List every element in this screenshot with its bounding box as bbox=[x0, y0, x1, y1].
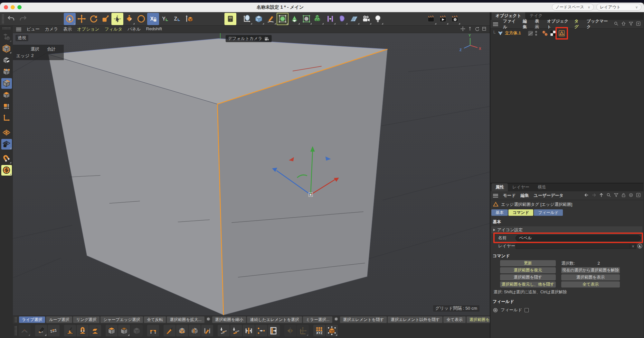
render-settings-icon[interactable] bbox=[449, 13, 461, 25]
deformer-icon[interactable] bbox=[300, 13, 312, 25]
point-mode-icon[interactable] bbox=[1, 67, 12, 77]
menu-item-object-menu[interactable]: オブジェクト bbox=[547, 18, 570, 30]
tab-structure[interactable]: 構造 bbox=[534, 183, 550, 191]
extrude-icon[interactable] bbox=[106, 325, 118, 336]
filter-icon[interactable] bbox=[614, 193, 619, 198]
lock-icon[interactable] bbox=[621, 193, 626, 198]
add-panel-icon[interactable] bbox=[636, 193, 641, 198]
ring-selection-button[interactable]: リング選択 bbox=[73, 316, 99, 323]
mirror-icon[interactable] bbox=[284, 325, 296, 336]
field-checkbox[interactable] bbox=[525, 308, 529, 312]
spline-pen-icon[interactable] bbox=[265, 13, 277, 25]
toolbar-drag-handle[interactable] bbox=[2, 14, 4, 24]
make-editable-icon[interactable] bbox=[1, 32, 12, 42]
restore-selection-button[interactable]: 選択範囲を復元 bbox=[500, 267, 556, 273]
update-button[interactable]: 更新 bbox=[500, 260, 556, 266]
polygon-mode-icon[interactable] bbox=[1, 90, 12, 100]
lock-z-axis-icon[interactable]: Z bbox=[171, 13, 183, 25]
move-tool-icon[interactable] bbox=[76, 13, 88, 25]
selbar-drag-handle[interactable] bbox=[14, 317, 17, 323]
extrude-inner-icon[interactable] bbox=[118, 325, 130, 336]
disconnect-icon[interactable] bbox=[218, 325, 230, 336]
record-selection-button[interactable]: 選択範囲を記録 bbox=[467, 316, 490, 323]
show-selection-button[interactable]: 選択範囲を表示 bbox=[561, 274, 620, 280]
uv-mode-icon[interactable] bbox=[1, 101, 12, 112]
grow-selection-button[interactable]: 選択範囲を拡大... bbox=[167, 316, 204, 323]
redo-icon[interactable] bbox=[17, 13, 29, 25]
tab-attributes[interactable]: 属性 bbox=[492, 183, 508, 191]
simulation-cube-icon[interactable] bbox=[123, 13, 135, 25]
select-connected-button[interactable]: 連続したエレメントを選択 bbox=[247, 316, 302, 323]
mirror-selection-settings-icon[interactable] bbox=[333, 317, 339, 323]
grow-selection-settings-icon[interactable] bbox=[205, 317, 211, 323]
object-name[interactable]: 立方体.1 bbox=[505, 30, 521, 36]
modelbar-drag-handle[interactable] bbox=[14, 326, 17, 335]
deselect-from-current-button[interactable]: 現在の選択から選択範囲を解除 bbox=[561, 267, 620, 273]
bevel-icon[interactable] bbox=[176, 325, 188, 336]
live-selection-icon[interactable] bbox=[64, 13, 76, 25]
floor-icon[interactable] bbox=[348, 13, 360, 25]
weld-icon[interactable] bbox=[243, 325, 255, 336]
menu-item-edit-menu[interactable]: 編集 bbox=[521, 193, 529, 198]
cloner-icon[interactable] bbox=[324, 13, 336, 25]
track-icon[interactable] bbox=[629, 193, 633, 198]
nodespace-dropdown[interactable]: ノードスペース∨ bbox=[552, 4, 594, 11]
edge-mode-icon[interactable] bbox=[1, 78, 12, 89]
loop-cut-icon[interactable] bbox=[189, 325, 201, 336]
rotate-view-icon[interactable] bbox=[475, 26, 479, 32]
primitive-cube-icon[interactable] bbox=[253, 13, 265, 25]
hide-selection-button[interactable]: 選択範囲を隠す bbox=[500, 274, 556, 280]
name-input[interactable]: ベベル bbox=[516, 235, 641, 241]
restore-hide-others-button[interactable]: 選択範囲を復元し、他を隠す bbox=[500, 281, 556, 288]
layer-picker-icon[interactable] bbox=[637, 243, 643, 249]
show-all-button[interactable]: 全て表示 bbox=[561, 281, 620, 288]
menu-item-panel-menu[interactable]: パネル bbox=[128, 26, 141, 32]
workplane-icon[interactable] bbox=[1, 127, 12, 138]
collapse-icon[interactable] bbox=[255, 325, 267, 336]
scroll-to-first-icon[interactable] bbox=[621, 21, 626, 27]
render-picture-viewer-icon[interactable] bbox=[437, 13, 449, 25]
object-manager-menu-icon[interactable] bbox=[493, 23, 498, 26]
phong-tag-icon[interactable] bbox=[542, 30, 548, 37]
shrink-selection-button[interactable]: 選択範囲を縮小 bbox=[212, 316, 246, 323]
rotate-tool-icon[interactable] bbox=[88, 13, 99, 25]
history-forward-icon[interactable] bbox=[592, 193, 596, 198]
field-radio-icon[interactable] bbox=[493, 307, 498, 313]
surface-magnet-icon[interactable] bbox=[77, 325, 89, 336]
pan-view-icon[interactable] bbox=[460, 26, 465, 32]
line-cut-icon[interactable] bbox=[201, 325, 213, 336]
spline-primitive-icon[interactable] bbox=[241, 13, 253, 25]
undo-icon[interactable] bbox=[5, 13, 17, 25]
mirror-selection-button[interactable]: ミラー選択... bbox=[303, 316, 333, 323]
loop-selection-button[interactable]: ループ選択 bbox=[46, 316, 72, 323]
transform-box-icon[interactable] bbox=[326, 325, 338, 336]
menu-item-edit-menu[interactable]: 編集 bbox=[523, 18, 530, 30]
snap-settings-icon[interactable]: S bbox=[1, 165, 12, 176]
bridge-icon[interactable] bbox=[147, 325, 159, 336]
generator-icon[interactable] bbox=[289, 13, 300, 25]
subdivision-surface-icon[interactable] bbox=[277, 13, 289, 25]
layout-dropdown[interactable]: レイアウト∨ bbox=[596, 4, 641, 11]
selection-tool-icon[interactable] bbox=[135, 13, 147, 25]
coordinate-system-icon[interactable] bbox=[183, 13, 195, 25]
camera-icon[interactable] bbox=[360, 13, 372, 25]
polygon-pen-icon[interactable] bbox=[35, 325, 47, 336]
smooth-shift-icon[interactable] bbox=[131, 325, 143, 336]
quad-strip-icon[interactable] bbox=[48, 325, 60, 336]
lock-y-axis-icon[interactable]: Y bbox=[159, 13, 171, 25]
render-view-icon[interactable] bbox=[224, 13, 236, 25]
lock-workplane-icon[interactable] bbox=[1, 139, 12, 150]
visibility-dots[interactable] bbox=[535, 31, 537, 36]
knife-icon[interactable] bbox=[164, 325, 175, 336]
menu-item-file-menu[interactable]: ファイル bbox=[503, 18, 518, 30]
menu-item-camera-menu[interactable]: カメラ bbox=[45, 26, 58, 32]
scale-tool-icon[interactable] bbox=[99, 13, 111, 25]
menu-item-view-menu[interactable]: ビュー bbox=[26, 26, 40, 32]
live-selection-button[interactable]: ライブ選択 bbox=[19, 316, 45, 323]
show-all-button[interactable]: 全て表示 bbox=[443, 316, 465, 323]
inset-icon[interactable] bbox=[268, 325, 280, 336]
viewport-menu-icon[interactable] bbox=[16, 28, 21, 31]
add-panel-icon[interactable] bbox=[636, 21, 641, 27]
snapping-magnet-icon[interactable] bbox=[1, 153, 12, 164]
lock-x-axis-icon[interactable]: X bbox=[147, 13, 159, 25]
